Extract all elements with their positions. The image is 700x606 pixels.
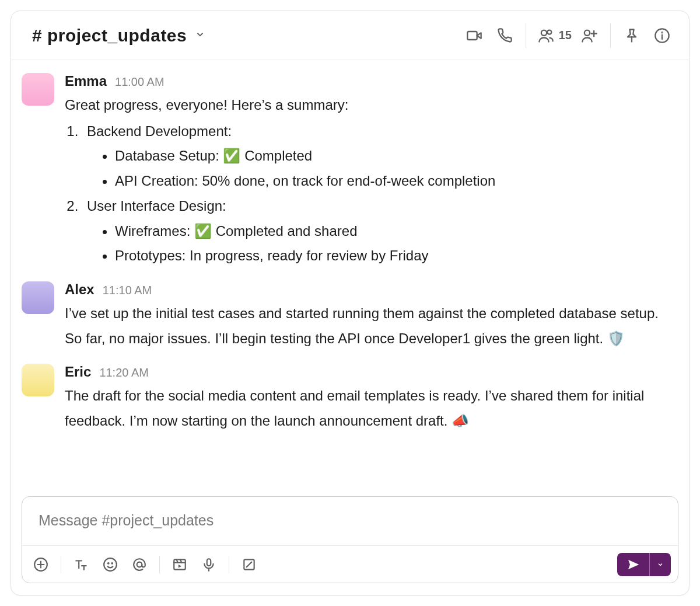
message: Emma 11:00 AM Great progress, everyone! … bbox=[17, 65, 683, 273]
svg-point-3 bbox=[547, 30, 551, 34]
svg-point-17 bbox=[137, 562, 142, 567]
avatar[interactable] bbox=[22, 281, 54, 314]
section-item: API Creation: 50% done, on track for end… bbox=[115, 169, 673, 194]
info-icon[interactable] bbox=[653, 26, 671, 45]
separator bbox=[61, 556, 61, 573]
message-text: The draft for the social media content a… bbox=[65, 384, 673, 433]
add-attachment-icon[interactable] bbox=[32, 555, 50, 574]
message-body: Emma 11:00 AM Great progress, everyone! … bbox=[65, 73, 673, 269]
channel-name: # project_updates bbox=[32, 26, 187, 46]
message-text: I’ve set up the initial test cases and s… bbox=[65, 301, 673, 351]
header-actions: 15 bbox=[465, 23, 671, 48]
svg-rect-20 bbox=[207, 559, 211, 566]
message-time: 11:20 AM bbox=[99, 366, 149, 379]
svg-point-15 bbox=[108, 562, 109, 563]
composer-area bbox=[11, 496, 689, 595]
video-clip-icon[interactable] bbox=[170, 555, 189, 574]
message-intro: Great progress, everyone! Here’s a summa… bbox=[65, 93, 673, 118]
avatar[interactable] bbox=[22, 73, 54, 106]
message-time: 11:10 AM bbox=[103, 284, 152, 297]
separator bbox=[159, 556, 160, 573]
chat-window: # project_updates 15 bbox=[10, 11, 690, 595]
mention-icon[interactable] bbox=[130, 555, 149, 574]
message: Alex 11:10 AM I’ve set up the initial te… bbox=[17, 273, 683, 356]
svg-line-23 bbox=[247, 562, 252, 567]
message-body: Eric 11:20 AM The draft for the social m… bbox=[65, 364, 673, 433]
section-item: Wireframes: ✅ Completed and shared bbox=[115, 219, 673, 244]
channel-header: # project_updates 15 bbox=[11, 11, 689, 60]
section-title: User Interface Design: bbox=[87, 198, 226, 214]
message-author[interactable]: Alex bbox=[65, 281, 94, 298]
message-header: Emma 11:00 AM bbox=[65, 73, 673, 89]
svg-marker-19 bbox=[178, 565, 181, 567]
message-text: Great progress, everyone! Here’s a summa… bbox=[65, 93, 673, 269]
section-title: Backend Development: bbox=[87, 123, 232, 139]
svg-point-10 bbox=[662, 32, 662, 33]
chevron-down-icon bbox=[195, 29, 205, 42]
shortcuts-icon[interactable] bbox=[240, 555, 258, 574]
send-options-button[interactable] bbox=[650, 553, 671, 576]
separator bbox=[526, 23, 526, 48]
video-call-icon[interactable] bbox=[465, 26, 484, 45]
message-author[interactable]: Emma bbox=[65, 73, 107, 89]
svg-point-14 bbox=[104, 558, 117, 571]
message: Eric 11:20 AM The draft for the social m… bbox=[17, 356, 683, 438]
svg-rect-0 bbox=[467, 32, 477, 40]
member-actions: 15 bbox=[538, 26, 598, 45]
section-items: Wireframes: ✅ Completed and shared Proto… bbox=[115, 219, 673, 269]
phone-call-icon[interactable] bbox=[495, 26, 514, 45]
message-body: Alex 11:10 AM I’ve set up the initial te… bbox=[65, 281, 673, 351]
message-header: Eric 11:20 AM bbox=[65, 364, 673, 380]
section-item: Prototypes: In progress, ready for revie… bbox=[115, 243, 673, 269]
section-item: Database Setup: ✅ Completed bbox=[115, 144, 673, 169]
separator bbox=[229, 556, 229, 573]
add-user-icon[interactable] bbox=[580, 26, 598, 45]
send-button[interactable] bbox=[617, 553, 650, 576]
message-author[interactable]: Eric bbox=[65, 364, 91, 380]
svg-point-16 bbox=[111, 562, 113, 563]
composer-toolbar bbox=[22, 545, 678, 583]
message-time: 11:00 AM bbox=[115, 75, 164, 89]
microphone-icon[interactable] bbox=[200, 555, 218, 574]
summary-list: Backend Development: Database Setup: ✅ C… bbox=[82, 119, 673, 269]
composer bbox=[22, 496, 678, 583]
message-header: Alex 11:10 AM bbox=[65, 281, 673, 298]
summary-section: User Interface Design: Wireframes: ✅ Com… bbox=[82, 194, 673, 269]
send-button-group bbox=[617, 553, 671, 576]
svg-point-2 bbox=[541, 30, 547, 35]
svg-point-4 bbox=[584, 30, 590, 35]
members-button[interactable]: 15 bbox=[538, 27, 572, 44]
separator bbox=[610, 23, 611, 48]
summary-section: Backend Development: Database Setup: ✅ C… bbox=[82, 119, 673, 194]
pin-icon[interactable] bbox=[622, 26, 641, 45]
section-items: Database Setup: ✅ Completed API Creation… bbox=[115, 144, 673, 193]
message-list: Emma 11:00 AM Great progress, everyone! … bbox=[11, 60, 689, 496]
message-input[interactable] bbox=[22, 497, 678, 545]
avatar[interactable] bbox=[22, 364, 54, 396]
emoji-icon[interactable] bbox=[101, 555, 120, 574]
channel-picker[interactable]: # project_updates bbox=[32, 26, 205, 46]
formatting-icon[interactable] bbox=[72, 555, 90, 574]
svg-rect-18 bbox=[174, 559, 186, 569]
member-count: 15 bbox=[559, 29, 572, 42]
